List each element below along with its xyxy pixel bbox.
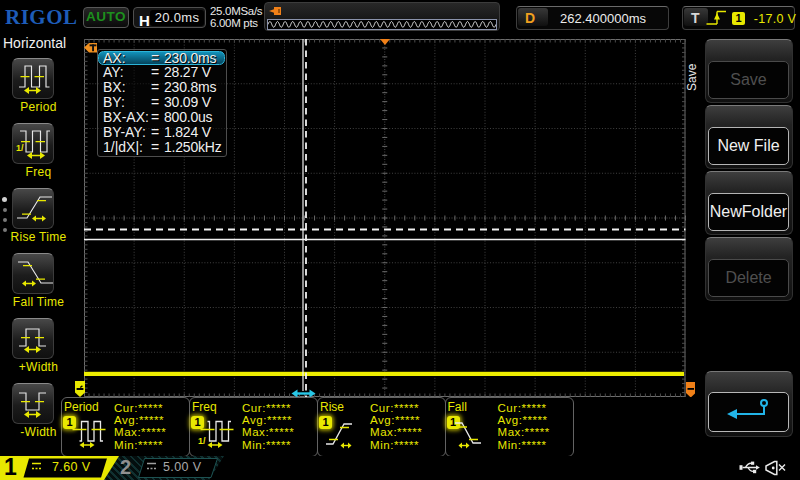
svg-text:1/: 1/ xyxy=(16,143,24,153)
svg-text:1/: 1/ xyxy=(198,436,206,446)
